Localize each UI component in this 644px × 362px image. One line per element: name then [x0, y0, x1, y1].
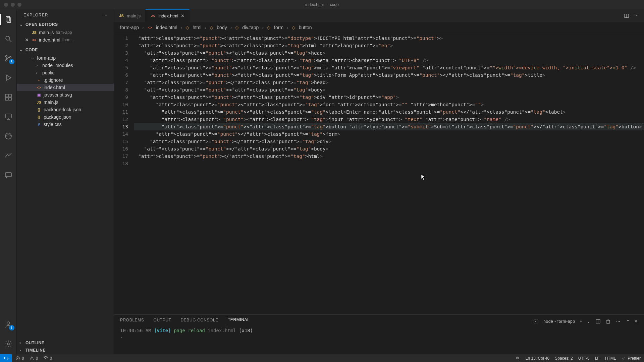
testing-tab[interactable] [0, 149, 16, 162]
breadcrumb-item[interactable]: body [217, 25, 227, 30]
file-item[interactable]: <> index.html [17, 84, 114, 91]
breadcrumb-item[interactable]: form [274, 25, 283, 30]
warning-icon [30, 356, 34, 361]
chevron-right-icon: › [287, 25, 288, 30]
sidebar-more-button[interactable]: ⋯ [102, 13, 108, 17]
breadcrumb-item[interactable]: index.html [156, 25, 177, 30]
chevron-down-icon: ⌄ [19, 48, 23, 52]
breadcrumb-item[interactable]: div#app [242, 25, 259, 30]
workspace-section[interactable]: ⌄ CODE [17, 46, 114, 54]
svg-rect-12 [5, 114, 11, 118]
open-editor-item[interactable]: JS main.js form-app [17, 29, 114, 36]
status-language[interactable]: HTML [605, 356, 616, 361]
status-prettier[interactable]: Prettier [621, 356, 641, 361]
kill-terminal-button[interactable] [605, 319, 611, 324]
editor-more-button[interactable]: ⋯ [633, 13, 639, 18]
terminal-message: page reload [174, 328, 205, 333]
chevron-right-icon: › [142, 25, 144, 30]
chevron-down-icon: ⌄ [19, 22, 23, 27]
file-item[interactable]: ▣ javascript.svg [17, 91, 114, 99]
terminal-timestamp: 10:40:56 AM [120, 328, 151, 333]
extensions-tab[interactable] [0, 90, 16, 104]
ports-count: 0 [50, 356, 52, 361]
chevron-right-icon: › [36, 63, 40, 68]
status-indentation[interactable]: Spaces: 2 [555, 356, 573, 361]
terminal-output[interactable]: 10:40:56 AM [vite] page reload index.htm… [114, 325, 644, 341]
panel-tab-output[interactable]: OUTPUT [154, 318, 171, 325]
breadcrumbs[interactable]: form-app › <> index.html › ◇ html › ◇ bo… [114, 22, 644, 33]
breadcrumb-item[interactable]: form-app [120, 25, 139, 30]
outline-section[interactable]: › OUTLINE [17, 339, 114, 347]
breadcrumb-item[interactable]: html [193, 25, 201, 30]
settings-button[interactable] [0, 337, 16, 351]
status-errors[interactable]: 0 [15, 356, 24, 361]
blank-icon [24, 30, 30, 35]
tab-main-js[interactable]: JS main.js [114, 9, 146, 22]
run-debug-tab[interactable] [0, 71, 16, 84]
terminal-title[interactable]: node - form-app [543, 319, 575, 324]
source-control-tab[interactable]: 3 [0, 52, 16, 65]
titlebar: index.html — code [0, 0, 644, 9]
timeline-section[interactable]: › TIMELINE [17, 347, 114, 354]
zoom-window-icon[interactable] [17, 3, 21, 7]
code-content[interactable]: "attr">class"punct">="punct"><"attr">cla… [134, 33, 644, 314]
svg-point-6 [9, 57, 11, 58]
file-name: javascript.svg [44, 92, 72, 98]
close-tab-icon[interactable]: ✕ [181, 13, 184, 18]
remote-explorer-tab[interactable] [0, 110, 16, 123]
new-terminal-button[interactable]: + [580, 319, 583, 324]
remote-button[interactable] [0, 354, 12, 362]
folder-item[interactable]: › public [17, 69, 114, 76]
file-item[interactable]: {} package-lock.json [17, 106, 114, 113]
open-editor-item[interactable]: ✕ <> index.html form... [17, 36, 114, 44]
panel-tab-debug[interactable]: DEBUG CONSOLE [180, 318, 218, 325]
zoom-button[interactable] [516, 356, 520, 361]
file-item[interactable]: # style.css [17, 121, 114, 128]
status-warnings[interactable]: 0 [30, 356, 38, 361]
file-item[interactable]: JS main.js [17, 99, 114, 106]
status-encoding[interactable]: UTF-8 [578, 356, 590, 361]
close-editor-icon[interactable]: ✕ [24, 37, 30, 43]
comments-tab[interactable] [0, 168, 16, 182]
file-name: package-lock.json [44, 107, 81, 112]
folder-item[interactable]: › node_modules [17, 62, 114, 69]
split-editor-button[interactable] [624, 13, 629, 18]
maximize-panel-button[interactable]: ⌃ [626, 319, 630, 324]
status-ports[interactable]: 0 [43, 356, 52, 361]
chart-icon [4, 152, 12, 160]
status-eol[interactable]: LF [595, 356, 600, 361]
tab-index-html[interactable]: <> index.html ✕ [146, 9, 190, 22]
close-panel-button[interactable]: ✕ [634, 319, 638, 324]
window-controls[interactable] [4, 3, 21, 7]
explorer-tab[interactable] [0, 13, 16, 26]
json-file-icon: {} [36, 107, 42, 112]
file-item[interactable]: {} package.json [17, 113, 114, 121]
svg-rect-0 [6, 16, 10, 21]
code-editor[interactable]: 123456789101112131415161718 "attr">class… [114, 33, 644, 314]
close-window-icon[interactable] [4, 3, 8, 7]
comment-icon [4, 171, 12, 179]
panel-tab-problems[interactable]: PROBLEMS [120, 318, 144, 325]
edge-tools-tab[interactable] [0, 129, 16, 143]
search-tab[interactable] [0, 32, 16, 46]
folder-item[interactable]: ⌄ form-app [17, 54, 114, 62]
terminal-dropdown-icon[interactable]: ⌄ [587, 319, 591, 324]
symbol-icon: ◇ [185, 25, 189, 30]
css-file-icon: # [36, 122, 42, 127]
open-editors-label: OPEN EDITORS [25, 22, 58, 27]
breadcrumb-item[interactable]: button [299, 25, 312, 30]
accounts-button[interactable]: 1 [0, 318, 16, 331]
file-name: package.json [44, 114, 71, 120]
panel-tab-terminal[interactable]: TERMINAL [228, 317, 250, 325]
split-terminal-button[interactable] [595, 319, 601, 324]
minimize-window-icon[interactable] [11, 3, 15, 7]
chevron-right-icon: › [205, 25, 207, 30]
status-cursor-position[interactable]: Ln 13, Col 46 [526, 356, 549, 361]
folder-name: public [42, 70, 55, 75]
chevron-right-icon: › [19, 348, 23, 353]
sidebar-title: EXPLORER [23, 13, 48, 17]
panel-more-button[interactable]: ⋯ [615, 319, 622, 324]
svg-file-icon: ▣ [36, 92, 42, 98]
open-editors-section[interactable]: ⌄ OPEN EDITORS [17, 21, 114, 28]
file-item[interactable]: • .gitignore [17, 76, 114, 84]
